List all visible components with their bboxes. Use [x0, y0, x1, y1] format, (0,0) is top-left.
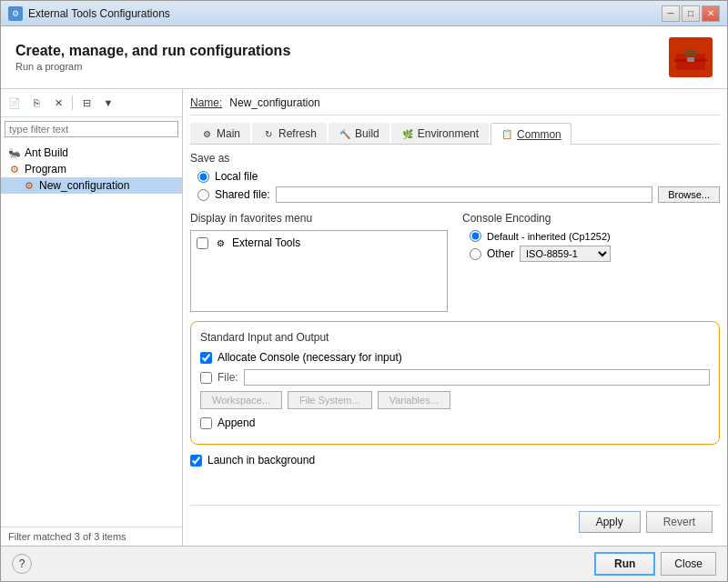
- apply-button[interactable]: Apply: [579, 511, 641, 533]
- append-row: Append: [200, 416, 710, 429]
- shared-file-radio[interactable]: [197, 189, 209, 201]
- file-label: File:: [217, 371, 238, 384]
- local-file-label[interactable]: Local file: [215, 170, 258, 183]
- shared-file-row: Shared file: Browse...: [197, 186, 720, 203]
- config-bottom-toolbar: Apply Revert: [190, 505, 720, 538]
- tab-refresh-label: Refresh: [278, 127, 317, 140]
- program-icon: ⚙: [8, 163, 21, 176]
- filter-button[interactable]: ▼: [98, 93, 118, 113]
- header-title: Create, manage, and run configurations: [15, 43, 290, 59]
- tab-refresh[interactable]: ↻ Refresh: [252, 123, 327, 144]
- sidebar-status: Filter matched 3 of 3 items: [1, 527, 182, 546]
- main-tab-icon: ⚙: [200, 127, 213, 140]
- config-panel: Name: New_configuration ⚙ Main ↻ Refresh…: [183, 89, 727, 546]
- delete-config-button[interactable]: ✕: [48, 93, 68, 113]
- filesystem-button[interactable]: File System...: [288, 391, 372, 409]
- header-panel: Create, manage, and run configurations R…: [1, 26, 727, 89]
- svg-rect-2: [685, 50, 696, 55]
- default-encoding-label[interactable]: Default - inherited (Cp1252): [487, 231, 611, 242]
- collapse-all-button[interactable]: ⊟: [76, 93, 96, 113]
- tab-main[interactable]: ⚙ Main: [190, 123, 250, 144]
- env-tab-icon: 🌿: [401, 127, 414, 140]
- close-button[interactable]: ✕: [702, 5, 720, 22]
- footer-close-button[interactable]: Close: [661, 552, 716, 576]
- workspace-button[interactable]: Workspace...: [200, 391, 282, 409]
- console-encoding-label: Console Encoding: [462, 212, 720, 225]
- favorites-item-external-tools: ⚙ External Tools: [195, 235, 443, 251]
- tab-content-common: Save as Local file Shared file: Browse..…: [190, 152, 720, 505]
- build-tab-icon: 🔨: [339, 127, 351, 140]
- other-encoding-row: Other ISO-8859-1: [470, 246, 720, 262]
- favorites-col: Display in favorites menu ⚙ External Too…: [190, 212, 448, 312]
- tree-item-program[interactable]: ⚙ Program: [1, 161, 182, 177]
- tab-common[interactable]: 📋 Common: [490, 123, 571, 145]
- duplicate-config-button[interactable]: ⎘: [26, 93, 46, 113]
- tab-common-label: Common: [517, 128, 561, 141]
- default-encoding-radio[interactable]: [470, 230, 481, 242]
- launch-bg-row: Launch in background: [190, 454, 720, 467]
- run-button[interactable]: Run: [594, 552, 655, 576]
- allocate-console-row: Allocate Console (necessary for input): [200, 351, 710, 364]
- filter-input[interactable]: [5, 121, 178, 137]
- append-label[interactable]: Append: [217, 416, 255, 429]
- local-file-radio[interactable]: [197, 171, 209, 183]
- main-window: ⚙ External Tools Configurations ─ □ ✕ Cr…: [0, 0, 728, 582]
- file-row: File:: [200, 369, 710, 386]
- name-label: Name:: [190, 96, 222, 109]
- allocate-console-label[interactable]: Allocate Console (necessary for input): [217, 351, 402, 364]
- launch-bg-label[interactable]: Launch in background: [207, 454, 315, 467]
- standard-io-label: Standard Input and Output: [200, 331, 710, 344]
- variables-button[interactable]: Variables...: [378, 391, 450, 409]
- tree-item-label: Ant Build: [25, 146, 68, 159]
- header-icon: [669, 37, 713, 77]
- tree-item-ant-build[interactable]: 🐜 Ant Build: [1, 145, 182, 161]
- help-button[interactable]: ?: [12, 554, 32, 574]
- file-buttons-row: Workspace... File System... Variables...: [200, 391, 710, 409]
- favorites-label: Display in favorites menu: [190, 212, 448, 225]
- console-encoding-col: Console Encoding Default - inherited (Cp…: [462, 212, 720, 312]
- name-row: Name: New_configuration: [190, 96, 720, 115]
- ant-icon: 🐜: [8, 146, 21, 159]
- footer-right-buttons: Run Close: [594, 552, 716, 576]
- sidebar: 📄 ⎘ ✕ ⊟ ▼ 🐜 Ant Build ⚙ Program ⚙: [1, 89, 183, 546]
- tab-build[interactable]: 🔨 Build: [329, 123, 389, 144]
- save-as-label: Save as: [190, 152, 720, 165]
- shared-file-input[interactable]: [276, 186, 652, 203]
- shared-file-label[interactable]: Shared file:: [215, 188, 270, 201]
- sidebar-tree: 🐜 Ant Build ⚙ Program ⚙ New_configuratio…: [1, 141, 182, 527]
- external-tools-checkbox[interactable]: [197, 237, 208, 249]
- minimize-button[interactable]: ─: [662, 5, 680, 22]
- other-encoding-select[interactable]: ISO-8859-1: [520, 246, 611, 262]
- file-input[interactable]: [244, 369, 710, 386]
- other-encoding-label[interactable]: Other: [487, 247, 514, 260]
- external-tools-icon: ⚙: [214, 236, 227, 249]
- file-checkbox[interactable]: [200, 372, 212, 384]
- tree-item-label: New_configuration: [39, 179, 129, 192]
- launch-bg-checkbox[interactable]: [190, 455, 202, 467]
- toolbox-svg: [674, 43, 707, 72]
- common-tab-icon: 📋: [500, 128, 513, 141]
- header-text: Create, manage, and run configurations R…: [15, 43, 290, 72]
- maximize-button[interactable]: □: [682, 5, 700, 22]
- local-file-row: Local file: [197, 170, 720, 183]
- sidebar-toolbar: 📄 ⎘ ✕ ⊟ ▼: [1, 89, 182, 117]
- toolbar-separator: [72, 95, 73, 110]
- tab-environment-label: Environment: [418, 127, 479, 140]
- allocate-console-checkbox[interactable]: [200, 352, 212, 364]
- new-config-button[interactable]: 📄: [5, 93, 25, 113]
- window-title: External Tools Configurations: [28, 7, 170, 20]
- header-subtitle: Run a program: [15, 61, 290, 72]
- new-config-icon: ⚙: [23, 179, 35, 192]
- tab-bar: ⚙ Main ↻ Refresh 🔨 Build 🌿 Environment 📋: [190, 123, 720, 145]
- tab-main-label: Main: [217, 127, 240, 140]
- standard-io-section: Standard Input and Output Allocate Conso…: [190, 321, 720, 445]
- other-encoding-radio[interactable]: [470, 248, 481, 260]
- title-bar: ⚙ External Tools Configurations ─ □ ✕: [1, 1, 727, 26]
- tab-environment[interactable]: 🌿 Environment: [391, 123, 489, 144]
- append-checkbox[interactable]: [200, 417, 212, 429]
- browse-button[interactable]: Browse...: [658, 186, 720, 203]
- tree-item-new-configuration[interactable]: ⚙ New_configuration: [1, 177, 182, 194]
- revert-button[interactable]: Revert: [646, 511, 713, 533]
- save-as-radio-group: Local file Shared file: Browse...: [197, 170, 720, 203]
- refresh-tab-icon: ↻: [262, 127, 275, 140]
